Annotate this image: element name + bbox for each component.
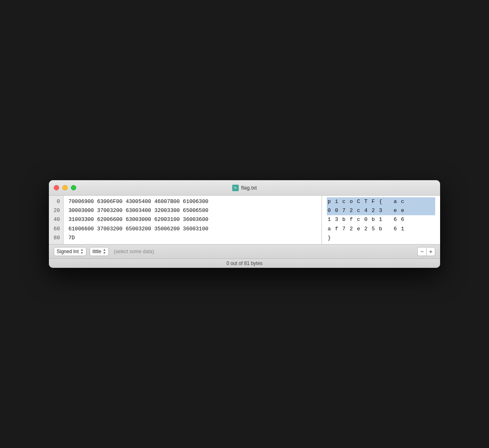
ascii-char: F bbox=[371, 197, 376, 206]
footer-bar: 0 out of 81 bytes bbox=[49, 258, 440, 268]
line-num: 80 bbox=[52, 234, 60, 243]
ascii-row: } bbox=[327, 234, 435, 243]
ascii-char: o bbox=[349, 197, 354, 206]
ascii-char bbox=[385, 215, 390, 224]
ascii-char: 0 bbox=[327, 206, 332, 215]
titlebar: ✎ flag.txt bbox=[49, 180, 440, 196]
ascii-row: af72e25b 61 bbox=[327, 225, 435, 234]
minus-button[interactable]: − bbox=[417, 247, 426, 256]
ascii-char: 7 bbox=[341, 206, 346, 215]
ascii-char: C bbox=[356, 197, 361, 206]
line-num: 60 bbox=[52, 225, 60, 234]
ascii-row: 13bfc0b1 66 bbox=[327, 215, 435, 224]
type-label: Signed Int bbox=[57, 249, 79, 254]
endian-label: little bbox=[93, 249, 101, 254]
ascii-char: a bbox=[393, 197, 398, 206]
ascii-char: 7 bbox=[341, 225, 346, 234]
ascii-char: 2 bbox=[363, 225, 368, 234]
hex-row: 30003000 37003200 63003400 32003300 6500… bbox=[68, 206, 317, 215]
hex-row: 61006600 37003200 65003200 35006200 3600… bbox=[68, 225, 317, 234]
endian-arrows: ▲ ▼ bbox=[103, 248, 106, 255]
hex-row: 31003300 62006600 63003000 62003100 3600… bbox=[68, 215, 317, 224]
hex-panel: 0 20 40 60 80 70006900 63006F00 43005400… bbox=[49, 196, 322, 244]
minimize-button[interactable] bbox=[62, 185, 68, 190]
ascii-char: 1 bbox=[400, 225, 405, 234]
ascii-char bbox=[385, 206, 390, 215]
type-arrows: ▲ ▼ bbox=[80, 248, 84, 255]
ascii-char: i bbox=[334, 197, 339, 206]
ascii-panel: picoCTF{ ac0072c423 ee13bfc0b1 66af72e25… bbox=[322, 196, 440, 244]
ascii-char: 6 bbox=[400, 215, 405, 224]
ascii-row: picoCTF{ ac bbox=[327, 197, 435, 206]
hex-content[interactable]: 70006900 63006F00 43005400 46007B00 6100… bbox=[64, 196, 322, 244]
ascii-char: b bbox=[378, 225, 383, 234]
endian-select[interactable]: little ▲ ▼ bbox=[90, 247, 109, 256]
traffic-lights bbox=[54, 185, 76, 190]
ascii-char: f bbox=[349, 215, 354, 224]
ascii-char: c bbox=[356, 206, 361, 215]
ascii-char: 0 bbox=[363, 215, 368, 224]
ascii-char: 5 bbox=[371, 225, 376, 234]
line-num: 20 bbox=[52, 206, 60, 215]
ascii-char: 2 bbox=[349, 206, 354, 215]
ascii-char: 2 bbox=[349, 225, 354, 234]
ascii-row: 0072c423 ee bbox=[327, 206, 435, 215]
ascii-char: b bbox=[341, 215, 346, 224]
file-icon: ✎ bbox=[232, 185, 239, 191]
statusbar: Signed Int ▲ ▼ little ▲ ▼ (select some d… bbox=[49, 244, 440, 258]
hex-row: 70006900 63006F00 43005400 46007B00 6100… bbox=[68, 197, 317, 206]
ascii-char: 3 bbox=[378, 206, 383, 215]
ascii-char: c bbox=[356, 215, 361, 224]
ascii-char: b bbox=[371, 215, 376, 224]
ascii-char: c bbox=[341, 197, 346, 206]
status-placeholder: (select some data) bbox=[114, 249, 154, 254]
line-num: 40 bbox=[52, 215, 60, 224]
ascii-char: 4 bbox=[363, 206, 368, 215]
window-title: ✎ flag.txt bbox=[232, 185, 257, 191]
title-text: flag.txt bbox=[241, 185, 257, 191]
ascii-char: e bbox=[393, 206, 398, 215]
ascii-char: p bbox=[327, 197, 332, 206]
ascii-char: 0 bbox=[334, 206, 339, 215]
ascii-char: T bbox=[363, 197, 368, 206]
ascii-char bbox=[385, 225, 390, 234]
ascii-char: f bbox=[334, 225, 339, 234]
ascii-char: 3 bbox=[334, 215, 339, 224]
ascii-char: 1 bbox=[378, 215, 383, 224]
ascii-char: 2 bbox=[371, 206, 376, 215]
type-select[interactable]: Signed Int ▲ ▼ bbox=[54, 247, 86, 256]
ascii-char: e bbox=[400, 206, 405, 215]
hex-row: 7D bbox=[68, 234, 317, 243]
ascii-char: { bbox=[378, 197, 383, 206]
maximize-button[interactable] bbox=[71, 185, 76, 190]
close-button[interactable] bbox=[54, 185, 59, 190]
line-numbers: 0 20 40 60 80 bbox=[49, 196, 64, 244]
main-window: ✎ flag.txt 0 20 40 60 80 70006900 63006F… bbox=[49, 180, 440, 267]
stepper-group: − + bbox=[417, 247, 435, 256]
ascii-char: } bbox=[327, 234, 332, 243]
line-num: 0 bbox=[52, 197, 60, 206]
content-area: 0 20 40 60 80 70006900 63006F00 43005400… bbox=[49, 196, 440, 244]
footer-text: 0 out of 81 bytes bbox=[227, 260, 263, 266]
ascii-char: c bbox=[400, 197, 405, 206]
plus-button[interactable]: + bbox=[426, 247, 435, 256]
ascii-char: a bbox=[327, 225, 332, 234]
ascii-char: 1 bbox=[327, 215, 332, 224]
ascii-char: e bbox=[356, 225, 361, 234]
ascii-char: 6 bbox=[393, 215, 398, 224]
ascii-char: 6 bbox=[393, 225, 398, 234]
ascii-char bbox=[385, 197, 390, 206]
